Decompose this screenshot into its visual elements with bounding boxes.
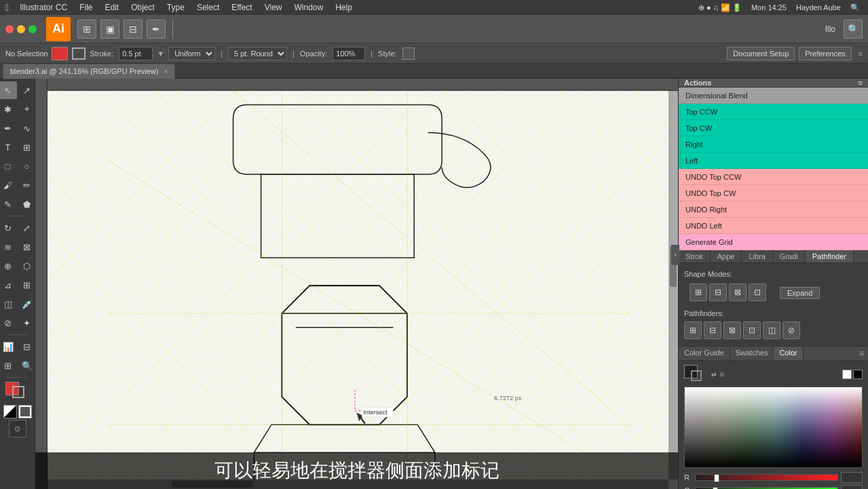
gradient-tool[interactable]: ◫ (0, 295, 17, 313)
panel-collapse-btn[interactable]: › (678, 245, 679, 265)
column-graph[interactable]: 📊 (0, 338, 17, 355)
action-top-cw[interactable]: Top CW (679, 120, 868, 136)
free-transform[interactable]: ⊠ (18, 238, 36, 256)
rotate-tool[interactable]: ↻ (0, 219, 17, 237)
mesh-tool[interactable]: ⊞ (18, 276, 36, 294)
tab-appearance[interactable]: Appe (711, 250, 742, 262)
tab-swatches[interactable]: Swatches (730, 347, 774, 360)
menu-user[interactable]: Hayden Aube (793, 3, 844, 12)
action-generate-grid[interactable]: Generate Grid (679, 234, 868, 250)
tab-stroke[interactable]: Strok (679, 250, 711, 262)
actions-menu-icon[interactable]: ≡ (858, 79, 863, 87)
swap-colors-icon[interactable]: ⇄ (711, 371, 718, 378)
slice-tool[interactable]: ⊞ (0, 357, 17, 374)
canvas-area[interactable]: Intersect 6.7272 px 可以轻易地在搅拌器侧面添加标记 (35, 79, 678, 489)
maximize-window-btn[interactable] (29, 25, 37, 33)
r-value-input[interactable]: 35 (841, 472, 863, 483)
drawing-mode-btn[interactable]: ⊙ (9, 420, 26, 437)
blob-brush-tool[interactable]: ✏ (18, 176, 36, 194)
minus-back-btn[interactable]: ⊘ (782, 321, 800, 339)
more-options-icon[interactable]: ≡ (858, 50, 863, 58)
apple-menu[interactable]:  (5, 2, 9, 13)
curvature-tool[interactable]: ∿ (18, 119, 36, 137)
action-undo-left[interactable]: UNDO Left (679, 218, 868, 234)
warp-tool[interactable]: ≋ (0, 238, 17, 256)
g-value-input[interactable]: 31 (841, 485, 863, 489)
ellipse-tool[interactable]: ○ (18, 157, 36, 175)
expand-btn[interactable]: Expand (780, 287, 820, 299)
minus-front-btn[interactable]: ⊟ (709, 283, 727, 301)
lasso-tool[interactable]: ⌖ (18, 100, 36, 118)
document-setup-btn[interactable]: ⊞ (77, 20, 96, 39)
line-tool[interactable]: ⊞ (18, 138, 36, 156)
menu-view[interactable]: View (259, 1, 288, 14)
divide-btn[interactable]: ⊞ (684, 321, 702, 339)
canvas-background[interactable]: Intersect 6.7272 px (48, 91, 678, 489)
pen-tool-btn[interactable]: ✒ (147, 20, 166, 39)
pen-tool[interactable]: ✒ (0, 119, 17, 137)
shaper-tool[interactable]: ⬟ (18, 195, 36, 213)
scale-tool[interactable]: ⤢ (18, 219, 36, 237)
trim-btn[interactable]: ⊟ (704, 321, 721, 339)
menu-file[interactable]: File (74, 1, 98, 14)
tab-color-guide[interactable]: Color Guide (679, 347, 730, 360)
document-tab[interactable]: blender3.ai @ 241.16% (RGB/GPU Preview) … (3, 64, 175, 79)
menu-window[interactable]: Window (289, 1, 329, 14)
selection-tool[interactable]: ↖ (0, 81, 17, 99)
action-undo-top-ccw[interactable]: UNDO Top CCW (679, 169, 868, 185)
zoom-tool[interactable]: 🔍 (18, 357, 36, 374)
cap-style-select[interactable]: 5 pt. Round (228, 47, 287, 60)
rect-tool[interactable]: □ (0, 157, 17, 175)
outline-btn[interactable]: ◫ (763, 321, 780, 339)
tab-color[interactable]: Color (774, 347, 803, 360)
black-swatch[interactable] (853, 370, 863, 379)
magic-wand-tool[interactable]: ✱ (0, 100, 17, 118)
menu-type[interactable]: Type (162, 1, 190, 14)
r-slider[interactable] (695, 474, 838, 481)
crop-btn[interactable]: ⊡ (743, 321, 761, 339)
intersect-btn[interactable]: ⊠ (729, 283, 747, 301)
document-setup-button[interactable]: Document Setup (727, 47, 795, 60)
menu-edit[interactable]: Edit (99, 1, 124, 14)
action-dimensional-blend[interactable]: Dimensional Blend (679, 87, 868, 104)
action-left[interactable]: Left (679, 153, 868, 169)
search-icon[interactable]: 🔍 (848, 3, 863, 12)
tab-gradient[interactable]: Gradi (773, 250, 806, 262)
unite-btn[interactable]: ⊞ (690, 283, 707, 301)
arrange-btn[interactable]: ▣ (100, 20, 119, 39)
stroke-arrow[interactable]: ▼ (157, 50, 164, 58)
stroke-value-input[interactable] (119, 47, 153, 60)
stroke-style-select[interactable]: Uniform (168, 47, 215, 60)
style-swatch[interactable] (402, 47, 415, 60)
type-tool[interactable]: T (0, 138, 17, 156)
workspace-btn[interactable]: ⊟ (124, 20, 143, 39)
eyedropper-tool[interactable]: 💉 (18, 295, 36, 313)
menu-help[interactable]: Help (330, 1, 358, 14)
pencil-tool[interactable]: ✎ (0, 195, 17, 213)
direct-select-tool[interactable]: ↗ (18, 81, 36, 99)
menu-object[interactable]: Object (126, 1, 160, 14)
live-paint[interactable]: ⬡ (18, 257, 36, 275)
action-undo-right[interactable]: UNDO Right (679, 201, 868, 218)
search-btn[interactable]: 🔍 (844, 20, 863, 39)
exclude-btn[interactable]: ⊡ (749, 283, 766, 301)
menu-illustrator[interactable]: Illustrator CC (14, 1, 73, 14)
symbol-sprayer[interactable]: ✦ (18, 314, 36, 332)
scroll-right[interactable] (668, 91, 678, 480)
normal-mode-btn[interactable] (3, 405, 17, 418)
paintbrush-tool[interactable]: 🖌 (0, 176, 17, 194)
screen-mode-btn[interactable] (18, 405, 32, 418)
color-spectrum[interactable] (684, 387, 863, 468)
action-undo-top-cw[interactable]: UNDO Top CW (679, 185, 868, 201)
tab-pathfinder[interactable]: Pathfinder (806, 250, 854, 262)
tab-close-btn[interactable]: × (164, 68, 168, 75)
tab-libraries[interactable]: Libra (742, 250, 772, 262)
preferences-button[interactable]: Preferences (799, 47, 851, 60)
workspace-name[interactable]: Illo (825, 24, 835, 34)
action-top-ccw[interactable]: Top CCW (679, 104, 868, 120)
stroke-color-swatch[interactable] (691, 370, 702, 381)
opacity-input[interactable] (333, 47, 365, 60)
shape-builder[interactable]: ⊕ (0, 257, 17, 275)
menu-effect[interactable]: Effect (226, 1, 257, 14)
artboard-tool[interactable]: ⊟ (18, 338, 36, 355)
